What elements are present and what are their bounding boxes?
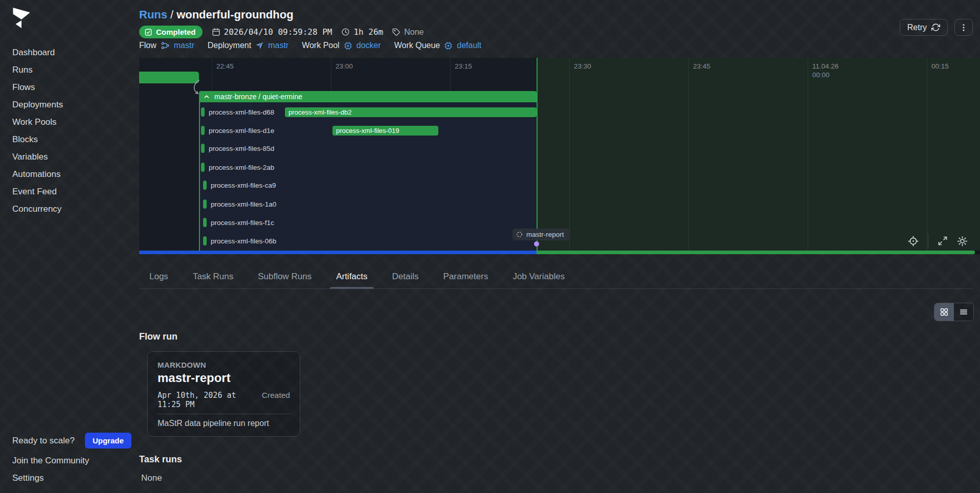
flow-run-section-heading: Flow run xyxy=(139,331,177,342)
task-run-tick[interactable] xyxy=(203,199,207,209)
subflow-group-label: mastr-bronze / quiet-ermine xyxy=(214,93,302,101)
task-run-tick[interactable] xyxy=(201,126,205,135)
graph-settings-icon[interactable] xyxy=(957,236,968,246)
start-time-value: 2026/04/10 09:59:28 PM xyxy=(224,27,332,37)
flow-meta: Flow mastr xyxy=(139,41,194,50)
task-row: process-xml-files-85d xyxy=(201,144,274,153)
flow-run-page: Dashboard Runs Flows Deployments Work Po… xyxy=(0,0,980,493)
subflow-group-bar[interactable]: mastr-bronze / quiet-ermine xyxy=(199,91,537,102)
task-run-tick[interactable] xyxy=(201,163,205,172)
artifact-view-toggle xyxy=(934,303,974,321)
header-actions: Retry xyxy=(900,19,973,36)
task-row: process-xml-files-ca9 xyxy=(203,181,276,190)
controls-divider xyxy=(928,234,928,248)
tab-logs[interactable]: Logs xyxy=(148,266,169,288)
work-queue-label: Work Queue xyxy=(394,41,440,50)
tab-parameters[interactable]: Parameters xyxy=(442,266,489,288)
task-runs-empty-state: None xyxy=(141,473,162,483)
sidebar-item-deployments[interactable]: Deployments xyxy=(0,96,139,114)
work-queue-meta: Work Queue default xyxy=(394,41,482,50)
flow-link[interactable]: mastr xyxy=(174,41,194,50)
scrubber-remaining[interactable] xyxy=(537,251,975,254)
flow-icon xyxy=(161,41,170,50)
recenter-icon[interactable] xyxy=(908,236,919,246)
axis-tick: 23:00 xyxy=(336,62,353,71)
sidebar-item-variables[interactable]: Variables xyxy=(0,148,139,166)
task-run-tick[interactable] xyxy=(201,107,205,117)
artifact-title: mastr-report xyxy=(158,371,290,385)
chevron-up-icon[interactable] xyxy=(203,93,210,100)
more-actions-button[interactable] xyxy=(954,19,973,36)
work-queue-link[interactable]: default xyxy=(457,41,481,50)
task-row: process-xml-files-2ab xyxy=(201,163,274,172)
subflow-expanded-region xyxy=(199,102,537,251)
task-row: process-xml-files-f1c xyxy=(203,218,274,227)
artifact-dot[interactable] xyxy=(534,241,539,246)
task-run-bar[interactable]: process-xml-files-019 xyxy=(332,126,438,136)
page-title: wonderful-groundhog xyxy=(176,8,294,21)
artifact-date: Apr 10th, 2026 at 11:25 PM xyxy=(158,391,253,409)
timeline-scrubber[interactable] xyxy=(139,251,980,254)
sidebar-item-blocks[interactable]: Blocks xyxy=(0,131,139,148)
work-pool-link[interactable]: docker xyxy=(357,41,381,50)
task-run-bar[interactable]: process-xml-files-db2 xyxy=(285,107,537,117)
tab-details[interactable]: Details xyxy=(391,266,420,288)
axis-tick: 23:45 xyxy=(693,62,710,71)
timeline-now-line xyxy=(537,58,538,251)
prefect-logo-icon[interactable] xyxy=(12,7,31,29)
sidebar-item-settings[interactable]: Settings xyxy=(12,473,43,483)
flow-run-timeline-graph[interactable]: 22:45 23:00 23:15 23:30 23:45 11.04.2600… xyxy=(139,58,980,254)
sidebar-item-event-feed[interactable]: Event Feed xyxy=(0,183,139,200)
scrubber-elapsed[interactable] xyxy=(139,251,537,254)
tags-value: None xyxy=(404,28,424,37)
task-row: process-xml-files-d68 xyxy=(201,107,274,117)
task-runs-section-heading: Task runs xyxy=(139,454,182,465)
breadcrumb-runs-link[interactable]: Runs xyxy=(139,8,167,21)
sidebar-nav: Dashboard Runs Flows Deployments Work Po… xyxy=(0,44,139,218)
gridline xyxy=(927,58,927,251)
clock-icon xyxy=(341,28,350,36)
rocket-icon xyxy=(255,41,264,50)
fullscreen-icon[interactable] xyxy=(938,236,948,246)
task-row: process-xml-files-d1e xyxy=(201,126,274,135)
axis-tick: 23:30 xyxy=(574,62,591,71)
task-run-tick[interactable] xyxy=(203,181,207,190)
root-flow-run-bar[interactable] xyxy=(139,72,199,83)
axis-tick: 22:45 xyxy=(216,62,234,71)
sidebar-item-runs[interactable]: Runs xyxy=(0,61,139,79)
tab-job-variables[interactable]: Job Variables xyxy=(511,266,566,288)
deployment-meta: Deployment mastr xyxy=(208,41,288,50)
graph-controls xyxy=(908,234,968,248)
artifact-card-mastr-report[interactable]: MARKDOWN mastr-report Apr 10th, 2026 at … xyxy=(147,351,300,437)
upgrade-button[interactable]: Upgrade xyxy=(85,433,131,449)
retry-button[interactable]: Retry xyxy=(900,19,948,36)
gridline xyxy=(688,58,689,251)
duration-chip: 1h 26m xyxy=(341,27,383,37)
tab-artifacts[interactable]: Artifacts xyxy=(335,266,368,288)
task-run-tick[interactable] xyxy=(201,144,205,153)
tab-task-runs[interactable]: Task Runs xyxy=(192,266,234,288)
timeline-future-region xyxy=(537,58,980,251)
calendar-icon xyxy=(212,28,220,36)
sidebar-item-flows[interactable]: Flows xyxy=(0,79,139,96)
sidebar-item-concurrency[interactable]: Concurrency xyxy=(0,200,139,218)
sidebar-item-work-pools[interactable]: Work Pools xyxy=(0,114,139,131)
grid-view-button[interactable] xyxy=(934,303,954,321)
tab-subflow-runs[interactable]: Subflow Runs xyxy=(257,266,313,288)
artifact-marker[interactable]: mastr-report xyxy=(513,229,569,240)
sidebar-item-dashboard[interactable]: Dashboard xyxy=(0,44,139,61)
breadcrumb: Runs/wonderful-groundhog xyxy=(139,8,294,21)
duration-value: 1h 26m xyxy=(353,27,383,37)
join-community-link[interactable]: Join the Community xyxy=(12,456,89,466)
start-time-chip: 2026/04/10 09:59:28 PM xyxy=(212,27,332,37)
task-run-tick[interactable] xyxy=(203,236,207,245)
sidebar-item-automations[interactable]: Automations xyxy=(0,166,139,183)
gridline xyxy=(569,58,570,251)
status-badge[interactable]: Completed xyxy=(139,26,203,38)
deployment-link[interactable]: mastr xyxy=(268,41,288,50)
list-view-button[interactable] xyxy=(954,303,973,321)
artifact-description: MaStR data pipeline run report xyxy=(158,419,290,428)
artifact-marker-label: mastr-report xyxy=(526,231,564,238)
kebab-icon xyxy=(959,23,968,32)
task-run-tick[interactable] xyxy=(203,218,207,227)
